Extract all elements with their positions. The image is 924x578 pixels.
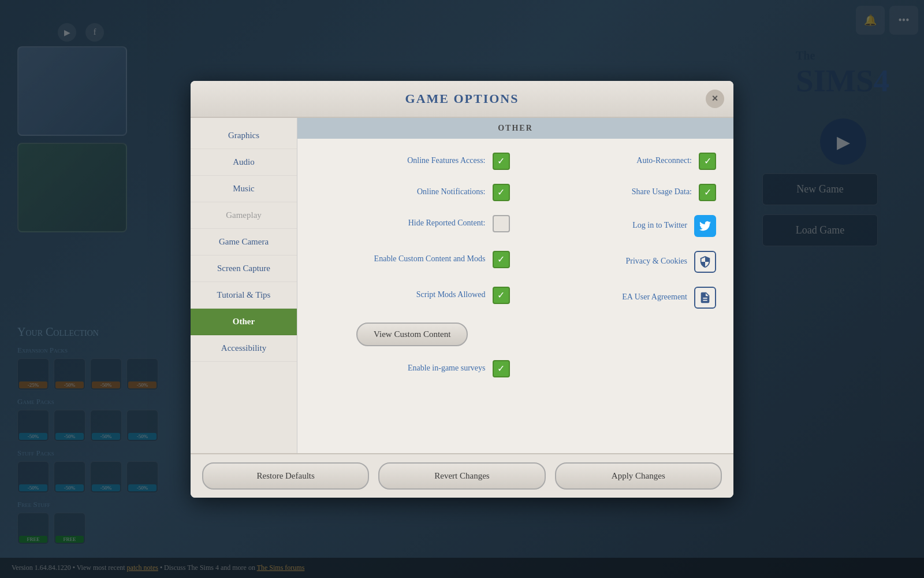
hide-reported-label: Hide Reported Content:	[408, 218, 486, 228]
sidebar-item-music[interactable]: Music	[191, 176, 297, 202]
restore-defaults-button[interactable]: Restore Defaults	[202, 462, 369, 490]
option-row-privacy: Privacy & Cookies	[521, 251, 717, 273]
sidebar-item-game-camera[interactable]: Game Camera	[191, 229, 297, 255]
script-mods-checkbox[interactable]: ✓	[493, 287, 510, 304]
ea-agreement-label: EA User Agreement	[622, 292, 687, 302]
option-row-share-usage: Share Usage Data: ✓	[521, 184, 717, 201]
modal-footer: Restore Defaults Revert Changes Apply Ch…	[191, 453, 733, 498]
online-features-checkbox[interactable]: ✓	[493, 153, 510, 170]
sidebar-item-graphics[interactable]: Graphics	[191, 123, 297, 149]
option-row-view-cc: View Custom Content	[315, 323, 510, 346]
modal-sidebar: Graphics Audio Music Gameplay Game Camer…	[191, 118, 297, 453]
hide-reported-checkbox[interactable]	[493, 215, 510, 232]
option-row-surveys: Enable in-game surveys ✓	[315, 360, 510, 377]
option-row-script-mods: Script Mods Allowed ✓	[315, 287, 510, 304]
sidebar-item-screen-capture[interactable]: Screen Capture	[191, 255, 297, 282]
modal-backdrop: Game Options × Graphics Audio Music Game…	[0, 0, 924, 578]
custom-content-checkbox[interactable]: ✓	[493, 251, 510, 268]
section-header-other: Other	[297, 118, 733, 139]
auto-reconnect-checkbox[interactable]: ✓	[699, 153, 716, 170]
option-row-hide-reported: Hide Reported Content:	[315, 215, 510, 232]
sidebar-item-accessibility[interactable]: Accessibility	[191, 335, 297, 362]
online-notifications-label: Online Notifications:	[417, 187, 486, 197]
sidebar-item-other[interactable]: Other	[191, 309, 297, 335]
modal-header: Game Options ×	[191, 81, 733, 118]
options-grid: Online Features Access: ✓ Auto-Reconnect…	[297, 139, 733, 391]
twitter-label: Log in to Twitter	[632, 220, 687, 231]
option-row-custom-content: Enable Custom Content and Mods ✓	[315, 251, 510, 268]
option-row-online-features: Online Features Access: ✓	[315, 153, 510, 170]
privacy-cookies-button[interactable]	[694, 251, 716, 273]
modal-main-content: Other Online Features Access: ✓ Auto-Rec…	[297, 118, 733, 453]
script-mods-label: Script Mods Allowed	[416, 290, 486, 300]
option-row-online-notifications: Online Notifications: ✓	[315, 184, 510, 201]
ea-agreement-button[interactable]	[694, 287, 716, 309]
surveys-checkbox[interactable]: ✓	[493, 360, 510, 377]
share-usage-label: Share Usage Data:	[632, 187, 692, 197]
game-options-modal: Game Options × Graphics Audio Music Game…	[191, 81, 733, 498]
sidebar-item-audio[interactable]: Audio	[191, 149, 297, 176]
option-row-twitter: Log in to Twitter	[521, 215, 717, 237]
online-features-label: Online Features Access:	[407, 155, 485, 166]
revert-changes-button[interactable]: Revert Changes	[378, 462, 545, 490]
view-custom-content-button[interactable]: View Custom Content	[356, 323, 468, 346]
option-row-ea-agreement: EA User Agreement	[521, 287, 717, 309]
close-button[interactable]: ×	[706, 90, 724, 108]
custom-content-label: Enable Custom Content and Mods	[374, 254, 486, 264]
modal-title: Game Options	[405, 91, 519, 106]
online-notifications-checkbox[interactable]: ✓	[493, 184, 510, 201]
option-row-auto-reconnect: Auto-Reconnect: ✓	[521, 153, 717, 170]
modal-body: Graphics Audio Music Gameplay Game Camer…	[191, 118, 733, 453]
share-usage-checkbox[interactable]: ✓	[699, 184, 716, 201]
sidebar-item-tutorial-tips[interactable]: Tutorial & Tips	[191, 282, 297, 309]
apply-changes-button[interactable]: Apply Changes	[555, 462, 722, 490]
privacy-label: Privacy & Cookies	[625, 256, 687, 266]
surveys-label: Enable in-game surveys	[408, 363, 486, 373]
auto-reconnect-label: Auto-Reconnect:	[636, 155, 692, 166]
sidebar-item-gameplay: Gameplay	[191, 202, 297, 229]
twitter-button[interactable]	[694, 215, 716, 237]
